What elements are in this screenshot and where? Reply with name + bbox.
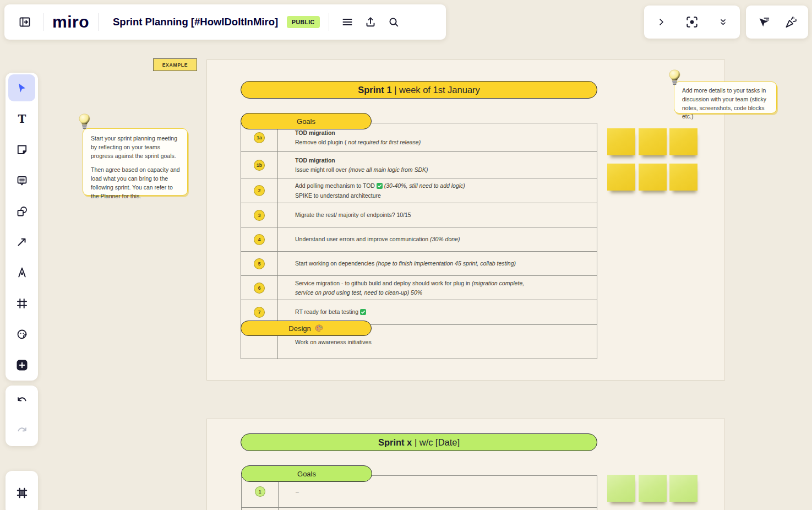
sticky-note-yellow[interactable] xyxy=(669,128,697,155)
row-text: Understand user errors and improve commu… xyxy=(295,236,430,242)
design-label: Design xyxy=(288,324,310,333)
table-row[interactable] xyxy=(242,508,597,510)
check-mark-icon xyxy=(360,308,366,317)
row-content-cell xyxy=(279,508,597,510)
sticky-note-yellow[interactable] xyxy=(639,164,667,191)
row-text: not required for first release) xyxy=(348,139,421,145)
table-row[interactable]: 3Migrate the rest/ majority of endpoints… xyxy=(241,203,597,227)
row-badge-cell: 5 xyxy=(241,252,278,275)
frame-tool[interactable] xyxy=(6,288,38,319)
sprint1-design-pill[interactable]: Design xyxy=(241,321,372,336)
table-row[interactable]: 1bTOD migrationIssue might roll over (mo… xyxy=(241,152,597,178)
sticky-note-yellow[interactable] xyxy=(607,128,635,155)
sticky-note-yellow[interactable] xyxy=(669,164,697,191)
table-row[interactable]: 4Understand user errors and improve comm… xyxy=(241,227,597,252)
row-text: (move all main logic from SDK) xyxy=(348,166,428,173)
sprint1-title-rest: | week of 1st January xyxy=(392,85,480,95)
table-row[interactable]: 6Service migration - to github build and… xyxy=(241,276,597,300)
reactions-party-popper-icon[interactable] xyxy=(781,13,800,31)
sidebar-toggle-icon[interactable] xyxy=(15,13,34,31)
row-text: Service migration - to github build and … xyxy=(295,280,472,286)
sprintx-goals-pill[interactable]: Goals xyxy=(241,465,372,482)
row-number-badge: 3 xyxy=(254,210,265,221)
tip-note-sprint-planning[interactable]: Start your sprint planning meeting by re… xyxy=(83,128,188,196)
row-number-badge: 7 xyxy=(254,307,265,318)
view-toolbar xyxy=(644,6,740,39)
add-apps-tool[interactable] xyxy=(6,350,38,381)
row-text: (migration complete, xyxy=(472,280,524,286)
row-text: Issue might roll over xyxy=(295,166,348,173)
sprintx-title-pill[interactable]: Sprint x | w/c [Date] xyxy=(241,433,597,451)
palette-icon xyxy=(315,324,324,332)
row-text: (hope to finish implementation 45 sprint… xyxy=(376,260,516,267)
row-badge-cell: 6 xyxy=(241,276,278,300)
row-badge-cell: 2 xyxy=(241,178,278,203)
row-number-badge: 6 xyxy=(254,283,265,294)
text-tool[interactable]: T xyxy=(6,104,38,134)
tip2-paragraph: Add more details to your tasks in discus… xyxy=(682,86,770,121)
export-icon[interactable] xyxy=(361,13,380,31)
row-number-badge: 1 xyxy=(255,486,265,497)
board-title[interactable]: Sprint Planning [#HowIDoItInMiro] xyxy=(113,16,278,28)
sticky-note-green[interactable] xyxy=(639,475,667,502)
sticky-note-green[interactable] xyxy=(607,475,635,502)
pen-tool[interactable] xyxy=(6,257,38,288)
table-row[interactable]: 2Add polling mechanism to TOD (30-40%, s… xyxy=(241,178,597,203)
row-badge-cell: 1b xyxy=(241,152,278,178)
sprint1-title-pill[interactable]: Sprint 1 | week of 1st January xyxy=(241,81,597,99)
history-toolbar xyxy=(6,386,38,446)
row-number-badge: 4 xyxy=(254,234,265,245)
row-text: service on prod using test, need to clea… xyxy=(295,289,422,296)
row-text: Migrate the rest/ majority of endpoints?… xyxy=(295,211,411,218)
tip-note-task-details[interactable]: Add more details to your tasks in discus… xyxy=(674,82,777,113)
frames-panel-button[interactable] xyxy=(6,471,38,510)
frame-sprint-1[interactable]: Sprint 1 | week of 1st January Goals 1aT… xyxy=(206,59,725,381)
row-content-cell: TOD migrationIssue might roll over (move… xyxy=(278,152,597,178)
follow-cursor-icon[interactable] xyxy=(754,13,773,31)
goals-label: Goals xyxy=(297,117,315,126)
sticky-note-yellow[interactable] xyxy=(607,164,635,191)
tip1-paragraph-1: Start your sprint planning meeting by re… xyxy=(91,134,181,160)
comment-tool[interactable] xyxy=(6,165,38,196)
redo-icon[interactable] xyxy=(6,416,38,446)
sticker-tool[interactable] xyxy=(6,319,38,350)
sticky-note-green[interactable] xyxy=(669,475,697,502)
lightbulb-icon xyxy=(668,69,682,88)
table-row[interactable]: 5Start working on dependencies (hope to … xyxy=(241,252,597,276)
search-icon[interactable] xyxy=(384,13,403,31)
divider xyxy=(98,13,99,31)
undo-icon[interactable] xyxy=(6,386,38,416)
shapes-tool[interactable] xyxy=(6,196,38,227)
public-badge[interactable]: PUBLIC xyxy=(287,16,319,28)
miro-logo[interactable]: miro xyxy=(52,14,89,30)
focus-frame-icon[interactable] xyxy=(683,13,701,31)
row-text: TOD migration xyxy=(295,157,335,164)
lightbulb-icon xyxy=(78,113,91,132)
select-tool[interactable] xyxy=(6,73,38,104)
row-number-badge: 2 xyxy=(254,185,265,196)
collapse-double-chevron-icon[interactable] xyxy=(713,13,732,31)
menu-icon[interactable] xyxy=(338,13,357,31)
creation-toolbar: T xyxy=(6,73,38,381)
row-text: Add polling mechanism to TOD xyxy=(295,182,377,189)
row-content-cell: Migrate the rest/ majority of endpoints?… xyxy=(278,203,597,227)
row-number-badge: 1a xyxy=(254,132,265,143)
sprint1-goals-pill[interactable]: Goals xyxy=(241,113,372,129)
sprintx-title-bold: Sprint x xyxy=(378,437,412,448)
sticky-note-tool[interactable] xyxy=(6,134,38,165)
row-number-badge: 5 xyxy=(254,258,265,269)
row-text: – xyxy=(296,488,299,495)
row-content-cell: Understand user errors and improve commu… xyxy=(278,227,597,251)
row-text: (30% done) xyxy=(430,236,460,242)
expand-panel-icon[interactable] xyxy=(652,13,671,31)
frames-panel-icon xyxy=(15,486,29,500)
connection-line-tool[interactable] xyxy=(6,226,38,257)
sticky-note-yellow[interactable] xyxy=(639,128,667,155)
row-content-cell: Start working on dependencies (hope to f… xyxy=(278,252,597,275)
example-tag[interactable]: EXAMPLE xyxy=(153,58,197,71)
row-text: SPIKE to understand architecture xyxy=(295,192,381,199)
row-content-cell: Service migration - to github build and … xyxy=(278,276,597,300)
row-text: RT ready for beta testing xyxy=(295,308,360,315)
sprintx-title-rest: | w/c [Date] xyxy=(412,437,460,448)
row-text: Start working on dependencies xyxy=(295,260,376,267)
